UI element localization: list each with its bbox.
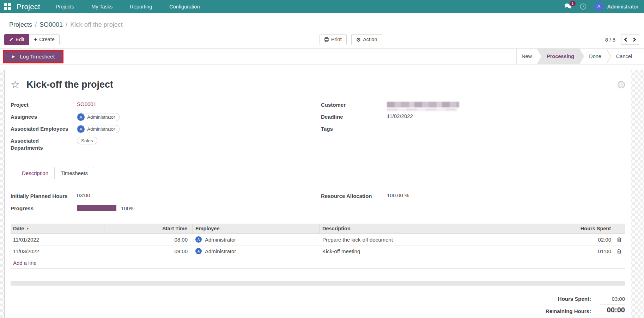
printer-icon: [324, 37, 329, 42]
state-processing[interactable]: Processing: [537, 49, 584, 64]
timesheet-panel-right: Resource Allocation 100.00 %: [321, 191, 625, 216]
action-button-label: Action: [363, 37, 377, 42]
planned-hours-label: Initially Planned Hours: [11, 191, 72, 204]
state-new[interactable]: New: [517, 49, 537, 64]
employee-name: Administrator: [87, 126, 115, 132]
date-header-label: Date: [13, 226, 24, 231]
customer-redacted-value: [387, 102, 459, 107]
hours-spent-label: Hours Spent:: [546, 296, 591, 302]
row-date: 11/01/2022: [11, 237, 104, 243]
create-button-label: Create: [39, 37, 55, 42]
create-button[interactable]: + Create: [29, 34, 60, 45]
hours-summary: Hours Spent: 03:00 Remaining Hours: 00:0…: [11, 296, 625, 314]
project-value-link[interactable]: SO0001: [77, 101, 96, 107]
column-header-description[interactable]: Description: [320, 224, 516, 233]
column-header-start-time[interactable]: Start Time: [104, 224, 193, 233]
state-cancel[interactable]: Cancel: [611, 49, 637, 64]
column-header-employee[interactable]: Employee: [193, 224, 320, 233]
planned-hours-value: 03:00: [77, 192, 90, 198]
favorite-star-icon[interactable]: ☆: [11, 80, 20, 90]
pager-value[interactable]: 8 / 8: [605, 37, 615, 43]
employee-pill: A Administrator: [77, 125, 120, 133]
assignee-pill: A Administrator: [77, 113, 120, 121]
messages-button[interactable]: 1: [564, 3, 572, 10]
edit-create-group: Edit + Create: [4, 34, 60, 45]
action-button[interactable]: ⚙ Action: [351, 34, 382, 45]
pencil-icon: [9, 37, 13, 42]
department-pill: Sales: [77, 137, 97, 144]
chevron-left-icon: [624, 37, 627, 42]
delete-row-button[interactable]: [617, 237, 621, 242]
user-name[interactable]: Administrator: [607, 4, 638, 10]
state-done[interactable]: Done: [584, 49, 606, 64]
menu-item-my-tasks[interactable]: My Tasks: [91, 4, 113, 10]
control-panel: Edit + Create Print ⚙ Action 8 / 8: [0, 31, 644, 49]
gear-icon: ⚙: [356, 37, 361, 42]
breadcrumb-separator: /: [66, 21, 67, 29]
remaining-hours-value: 00:00: [600, 305, 625, 314]
assignees-label: Assignees: [11, 112, 72, 124]
top-navbar: Project Projects My Tasks Reporting Conf…: [0, 0, 644, 13]
breadcrumb-projects[interactable]: Projects: [9, 21, 32, 29]
print-button[interactable]: Print: [320, 34, 347, 45]
breadcrumb: Projects / SO0001 / Kick-off the project: [0, 13, 644, 31]
row-employee: Administrator: [205, 237, 236, 243]
activity-clock-icon[interactable]: [580, 3, 587, 10]
menu-item-configuration[interactable]: Configuration: [169, 4, 200, 10]
add-a-line-link[interactable]: Add a line: [11, 260, 37, 266]
timesheet-row-2[interactable]: 11/03/2022 09:00 A Administrator Kick-of…: [11, 245, 625, 257]
column-header-actions: [613, 224, 625, 233]
breadcrumb-so0001[interactable]: SO0001: [40, 21, 63, 29]
column-header-hours-spent[interactable]: Hours Spent: [516, 224, 613, 233]
table-header-row: Date ▼ Start Time Employee Description H…: [11, 224, 625, 234]
menu-item-reporting[interactable]: Reporting: [130, 4, 152, 10]
form-sheet: ☆ Kick-off the project Project SO0001 As…: [4, 70, 631, 318]
pager: 8 / 8: [605, 34, 639, 45]
menu-item-projects[interactable]: Projects: [56, 4, 74, 10]
assignee-avatar: A: [77, 113, 85, 121]
tab-timesheets[interactable]: Timesheets: [54, 167, 94, 179]
remaining-hours-label: Remaining Hours:: [546, 308, 591, 314]
timesheet-panel-left: Initially Planned Hours 03:00 Progress 1…: [11, 191, 321, 216]
row-description: Prepare the kick-off document: [320, 237, 516, 243]
content-background: ☆ Kick-off the project Project SO0001 As…: [0, 70, 644, 318]
row-hours: 01:00: [516, 248, 613, 254]
progress-bar: [77, 205, 116, 211]
timesheet-table: Date ▼ Start Time Employee Description H…: [11, 224, 625, 269]
employee-avatar: A: [195, 236, 202, 243]
project-label: Project: [11, 100, 72, 112]
row-employee: Administrator: [205, 248, 236, 254]
trash-icon: [617, 249, 621, 254]
add-line-row: Add a line: [11, 257, 625, 269]
state-separator: [606, 49, 611, 64]
pager-previous-button[interactable]: [621, 34, 630, 45]
associated-employees-label: Associated Employees: [11, 124, 72, 136]
notebook-tabs: Description Timesheets: [11, 167, 625, 179]
assignee-name: Administrator: [87, 114, 115, 120]
sort-desc-icon: ▼: [26, 227, 29, 230]
edit-button-label: Edit: [16, 37, 24, 42]
employee-avatar: A: [77, 125, 85, 133]
log-timesheet-button[interactable]: ▶ Log Timesheet: [4, 51, 62, 62]
print-action-group: Print ⚙ Action: [320, 34, 382, 45]
column-header-date[interactable]: Date ▼: [11, 224, 104, 233]
tab-description[interactable]: Description: [16, 167, 54, 179]
timesheet-row-1[interactable]: 11/01/2022 08:00 A Administrator Prepare…: [11, 234, 625, 245]
row-start-time: 08:00: [104, 237, 193, 243]
user-avatar[interactable]: A: [594, 2, 604, 11]
progress-percent: 100%: [121, 205, 134, 211]
employee-avatar: A: [195, 248, 202, 254]
trash-icon: [617, 237, 621, 242]
breadcrumb-separator: /: [35, 21, 37, 29]
pager-next-button[interactable]: [630, 34, 639, 45]
plus-icon: +: [34, 37, 37, 42]
kanban-state-circle[interactable]: [618, 81, 625, 88]
chevron-right-icon: [633, 37, 636, 42]
delete-row-button[interactable]: [617, 249, 621, 254]
status-pipeline: New Processing Done Cancel: [516, 49, 644, 64]
apps-grid-icon[interactable]: [4, 3, 11, 10]
edit-button[interactable]: Edit: [4, 34, 29, 45]
left-field-group: Project SO0001 Assignees A Administrator…: [11, 100, 321, 157]
list-footer-bar: [11, 281, 625, 286]
breadcrumb-current: Kick-off the project: [70, 21, 123, 29]
